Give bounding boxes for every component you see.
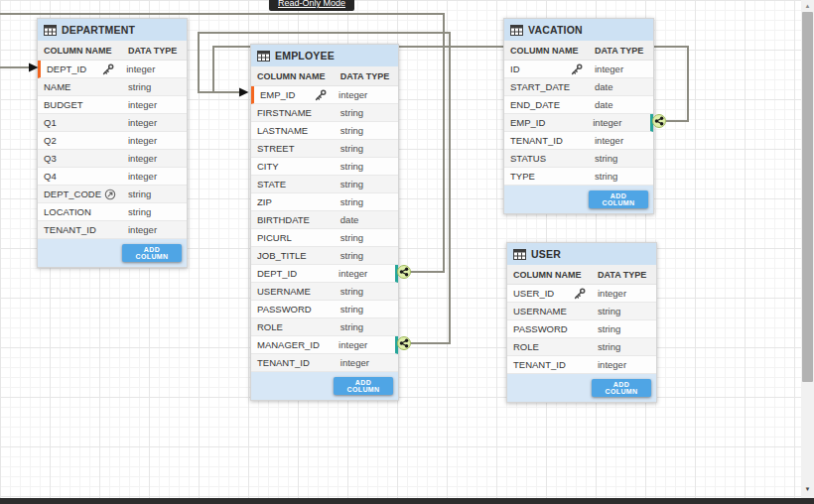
column-row[interactable]: LOCATIONstring bbox=[38, 203, 187, 221]
column-row[interactable]: ROLEstring bbox=[507, 338, 656, 356]
horizontal-scrollbar[interactable] bbox=[0, 498, 814, 504]
column-row[interactable]: IDinteger bbox=[504, 61, 653, 78]
column-row[interactable]: STREETstring bbox=[251, 140, 398, 158]
data-type-cell: string bbox=[124, 206, 187, 217]
data-type-cell: integer bbox=[124, 224, 187, 235]
column-name-cell: FIRSTNAME bbox=[251, 107, 337, 118]
data-type-cell: integer bbox=[591, 63, 653, 74]
data-type-cell: integer bbox=[594, 288, 656, 299]
data-type-cell: integer bbox=[337, 357, 398, 368]
column-name-text: ROLE bbox=[513, 341, 539, 352]
column-name-text: BUDGET bbox=[44, 99, 83, 110]
primary-key-icon bbox=[102, 63, 114, 75]
relationship-endpoint[interactable] bbox=[653, 115, 666, 128]
primary-key-icon bbox=[571, 63, 583, 75]
column-row[interactable]: STATUSstring bbox=[504, 150, 653, 168]
column-row[interactable]: TENANT_IDinteger bbox=[38, 221, 187, 239]
column-row[interactable]: CITYstring bbox=[251, 158, 398, 176]
column-row[interactable]: USERNAMEstring bbox=[251, 283, 398, 301]
column-row[interactable]: DEPT_IDinteger bbox=[38, 61, 187, 78]
table-title-bar[interactable]: USER bbox=[507, 243, 656, 265]
column-row[interactable]: BUDGETinteger bbox=[38, 96, 187, 114]
column-name-cell: PICURL bbox=[251, 232, 337, 243]
column-header-row: COLUMN NAMEDATA TYPE bbox=[507, 265, 656, 285]
column-row[interactable]: STATEstring bbox=[251, 176, 398, 193]
schema-designer-canvas[interactable]: DEPARTMENTCOLUMN NAMEDATA TYPEDEPT_IDint… bbox=[0, 0, 814, 504]
column-row[interactable]: PASSWORDstring bbox=[507, 320, 656, 338]
data-type-cell: string bbox=[591, 171, 653, 182]
column-row[interactable]: NAMEstring bbox=[38, 78, 187, 96]
column-header-row: COLUMN NAMEDATA TYPE bbox=[504, 41, 653, 61]
column-name-cell: EMP_ID bbox=[504, 117, 589, 128]
data-type-cell: string bbox=[337, 232, 398, 243]
column-row[interactable]: Q3integer bbox=[38, 150, 187, 168]
column-row[interactable]: PASSWORDstring bbox=[251, 301, 398, 318]
column-name-cell: PASSWORD bbox=[507, 323, 594, 334]
column-name-cell: USERNAME bbox=[251, 286, 337, 297]
column-name-text: Q3 bbox=[44, 153, 57, 164]
column-row[interactable]: Q1integer bbox=[38, 114, 187, 132]
table-grid-icon bbox=[44, 25, 57, 36]
column-name-text: STREET bbox=[257, 143, 294, 154]
column-row[interactable]: LASTNAMEstring bbox=[251, 122, 398, 140]
scroll-down-icon[interactable]: ▼ bbox=[801, 483, 814, 495]
column-name-text: TENANT_ID bbox=[510, 135, 563, 146]
table-vacation[interactable]: VACATIONCOLUMN NAMEDATA TYPEIDintegerSTA… bbox=[503, 18, 654, 214]
data-type-cell: string bbox=[337, 179, 398, 189]
data-type-cell: string bbox=[594, 323, 656, 334]
column-header-row: COLUMN NAMEDATA TYPE bbox=[38, 41, 187, 61]
column-row[interactable]: EMP_IDinteger bbox=[504, 114, 653, 132]
column-name-cell: TENANT_ID bbox=[507, 359, 594, 370]
table-title-bar[interactable]: DEPARTMENT bbox=[38, 19, 187, 41]
add-column-button[interactable]: ADD COLUMN bbox=[122, 244, 182, 262]
column-name-cell: ID bbox=[504, 63, 591, 74]
column-row[interactable]: EMP_IDinteger bbox=[251, 86, 398, 104]
column-row[interactable]: Q4integer bbox=[38, 168, 187, 186]
column-row[interactable]: ROLEstring bbox=[251, 318, 398, 336]
column-name-cell: DEPT_ID bbox=[251, 268, 335, 279]
data-type-cell: string bbox=[337, 250, 398, 261]
column-name-text: DEPT_CODE bbox=[44, 189, 101, 199]
column-row[interactable]: BIRTHDATEdate bbox=[251, 211, 398, 229]
column-row[interactable]: DEPT_IDinteger bbox=[251, 265, 398, 283]
column-name-text: EMP_ID bbox=[510, 117, 545, 128]
column-row[interactable]: TENANT_IDinteger bbox=[251, 354, 398, 372]
column-row[interactable]: DEPT_CODEstring bbox=[38, 186, 187, 203]
column-name-cell: USER_ID bbox=[507, 288, 594, 299]
column-row[interactable]: FIRSTNAMEstring bbox=[251, 104, 398, 122]
column-name-text: LOCATION bbox=[44, 206, 91, 217]
vertical-scrollbar[interactable]: ▲ ▼ bbox=[801, 0, 814, 498]
column-row[interactable]: PICURLstring bbox=[251, 229, 398, 247]
table-title: DEPARTMENT bbox=[62, 24, 135, 36]
column-row[interactable]: ZIPstring bbox=[251, 193, 398, 211]
column-name-text: FIRSTNAME bbox=[257, 107, 312, 118]
column-row[interactable]: USER_IDinteger bbox=[507, 285, 656, 303]
relationship-endpoint[interactable] bbox=[398, 337, 411, 350]
column-row[interactable]: MANAGER_IDinteger bbox=[251, 336, 398, 354]
column-name-text: END_DATE bbox=[510, 99, 560, 110]
data-type-cell: string bbox=[337, 107, 398, 118]
column-name-text: USER_ID bbox=[513, 288, 554, 299]
column-row[interactable]: TENANT_IDinteger bbox=[504, 132, 653, 150]
scroll-up-icon[interactable]: ▲ bbox=[801, 0, 814, 12]
column-row[interactable]: START_DATEdate bbox=[504, 78, 653, 96]
table-user[interactable]: USERCOLUMN NAMEDATA TYPEUSER_IDintegerUS… bbox=[506, 242, 657, 403]
add-column-button[interactable]: ADD COLUMN bbox=[334, 377, 393, 395]
column-row[interactable]: TYPEstring bbox=[504, 168, 653, 186]
add-column-button[interactable]: ADD COLUMN bbox=[589, 190, 648, 208]
column-row[interactable]: TENANT_IDinteger bbox=[507, 356, 656, 374]
column-row[interactable]: USERNAMEstring bbox=[507, 303, 656, 320]
table-employee[interactable]: EMPLOYEECOLUMN NAMEDATA TYPEEMP_IDintege… bbox=[250, 44, 399, 401]
vertical-scrollbar-thumb[interactable] bbox=[802, 12, 813, 382]
table-footer: ADD COLUMN bbox=[38, 239, 187, 267]
data-type-cell: string bbox=[337, 196, 398, 207]
table-department[interactable]: DEPARTMENTCOLUMN NAMEDATA TYPEDEPT_IDint… bbox=[37, 18, 188, 268]
add-column-button[interactable]: ADD COLUMN bbox=[592, 379, 651, 397]
relationship-endpoint[interactable] bbox=[398, 266, 411, 279]
table-title-bar[interactable]: VACATION bbox=[504, 19, 653, 41]
column-row[interactable]: JOB_TITLEstring bbox=[251, 247, 398, 265]
column-name-cell: JOB_TITLE bbox=[251, 250, 337, 261]
table-title-bar[interactable]: EMPLOYEE bbox=[251, 45, 398, 66]
column-row[interactable]: END_DATEdate bbox=[504, 96, 653, 114]
column-row[interactable]: Q2integer bbox=[38, 132, 187, 150]
